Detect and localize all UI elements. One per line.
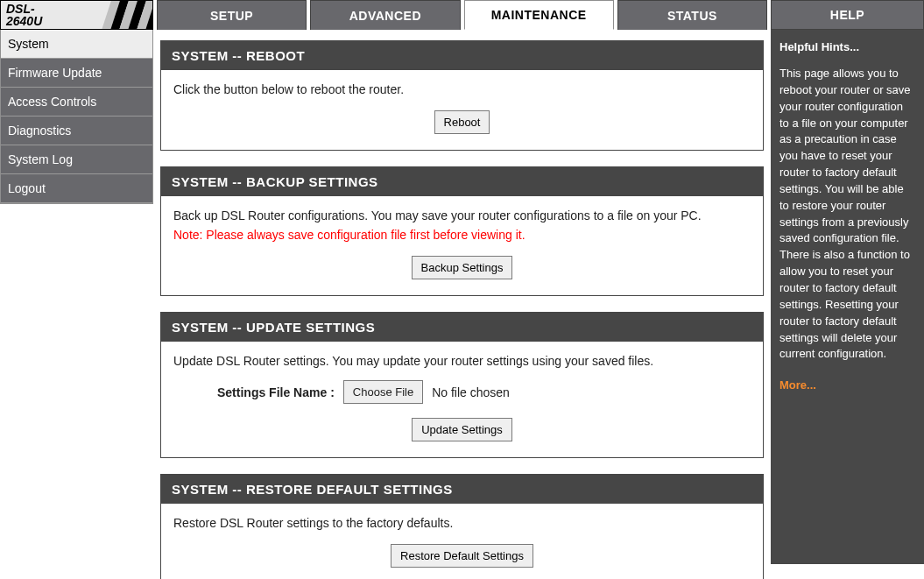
panel-update: SYSTEM -- UPDATE SETTINGS Update DSL Rou… (160, 312, 764, 458)
panel-reboot-text: Click the button below to reboot the rou… (173, 82, 751, 96)
sidebar-item-system-log[interactable]: System Log (1, 145, 152, 174)
reboot-button[interactable]: Reboot (434, 110, 490, 134)
tab-setup[interactable]: SETUP (157, 0, 307, 30)
panel-backup: SYSTEM -- BACKUP SETTINGS Back up DSL Ro… (160, 166, 764, 296)
panel-update-title: SYSTEM -- UPDATE SETTINGS (161, 313, 763, 342)
panel-restore-title: SYSTEM -- RESTORE DEFAULT SETTINGS (161, 475, 763, 504)
logo-slashes-icon (91, 0, 152, 30)
tab-maintenance[interactable]: MAINTENANCE (464, 0, 614, 30)
device-model: DSL- 2640U (6, 3, 42, 27)
sidebar-item-firmware-update[interactable]: Firmware Update (1, 59, 152, 88)
tab-advanced[interactable]: ADVANCED (310, 0, 460, 30)
sidebar-menu: System Firmware Update Access Controls D… (0, 30, 153, 204)
panel-backup-note: Note: Please always save configuration f… (173, 228, 751, 242)
panel-update-text: Update DSL Router settings. You may upda… (173, 354, 751, 368)
settings-file-label: Settings File Name : (217, 385, 335, 399)
panel-backup-text: Back up DSL Router configurations. You m… (173, 208, 751, 222)
file-chosen-status: No file chosen (432, 385, 510, 399)
help-panel: Helpful Hints... This page allows you to… (771, 30, 924, 564)
tab-status[interactable]: STATUS (617, 0, 767, 30)
panel-reboot-title: SYSTEM -- REBOOT (161, 41, 763, 70)
panel-backup-title: SYSTEM -- BACKUP SETTINGS (161, 167, 763, 196)
panel-restore-text: Restore DSL Router settings to the facto… (173, 516, 751, 530)
tab-help[interactable]: HELP (771, 0, 924, 30)
sidebar-item-access-controls[interactable]: Access Controls (1, 88, 152, 117)
restore-default-button[interactable]: Restore Default Settings (391, 544, 533, 568)
sidebar-item-diagnostics[interactable]: Diagnostics (1, 117, 152, 145)
panel-reboot: SYSTEM -- REBOOT Click the button below … (160, 40, 764, 151)
sidebar-item-system[interactable]: System (1, 30, 152, 59)
device-logo: DSL- 2640U (0, 0, 153, 30)
help-title: Helpful Hints... (779, 40, 915, 53)
help-more-link[interactable]: More... (779, 378, 915, 392)
help-text: This page allows you to reboot your rout… (779, 66, 915, 363)
backup-settings-button[interactable]: Backup Settings (412, 256, 513, 279)
choose-file-button[interactable]: Choose File (343, 380, 423, 404)
panel-restore: SYSTEM -- RESTORE DEFAULT SETTINGS Resto… (160, 474, 764, 579)
sidebar-item-logout[interactable]: Logout (1, 174, 152, 203)
update-settings-button[interactable]: Update Settings (412, 418, 512, 441)
main-tabs: SETUP ADVANCED MAINTENANCE STATUS (157, 0, 767, 30)
